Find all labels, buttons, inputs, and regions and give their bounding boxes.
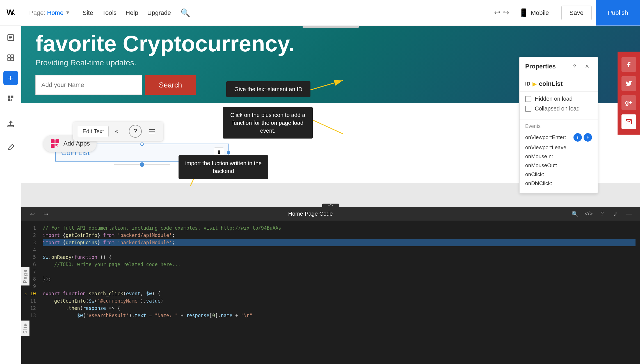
- page-selector[interactable]: Page: Home ▼: [29, 9, 70, 17]
- code-editor-body: 1 2 3 4 5 6 7 8 9 ⚠ 10 11 12 13 // For f…: [21, 221, 640, 364]
- event-add-button[interactable]: +: [584, 133, 592, 142]
- code-undo-button[interactable]: ↩: [27, 209, 38, 219]
- id-value[interactable]: coinList: [539, 80, 563, 87]
- properties-help-button[interactable]: ?: [570, 61, 580, 72]
- event-viewport-enter-actions: ℹ +: [573, 133, 592, 142]
- properties-close-button[interactable]: ✕: [582, 61, 592, 72]
- code-line-9: [43, 283, 636, 290]
- code-snippet-button[interactable]: </>: [583, 209, 594, 219]
- code-search-button[interactable]: 🔍: [570, 209, 580, 219]
- sidebar-pages-icon[interactable]: [3, 30, 18, 45]
- topbar: W ix Page: Home ▼ Site Tools Help Upgrad…: [0, 0, 640, 26]
- id-arrow-icon: ▶: [532, 80, 537, 87]
- plus-tooltip: Click on the plus icon to add a function…: [223, 107, 313, 139]
- svg-rect-8: [8, 58, 10, 61]
- properties-panel: Properties ? ✕ ID ▶ coinList Hidden on l…: [519, 57, 598, 193]
- code-content[interactable]: // For full API documentation, including…: [38, 221, 640, 364]
- nav-help[interactable]: Help: [125, 9, 138, 17]
- line-numbers: 1 2 3 4 5 6 7 8 9 ⚠ 10 11 12 13: [21, 221, 38, 364]
- site-side-label: Site: [21, 321, 29, 336]
- svg-rect-22: [56, 139, 60, 143]
- resize-handle-right[interactable]: [227, 151, 230, 154]
- mobile-toggle[interactable]: 📱 Mobile: [519, 8, 549, 17]
- event-dbl-click: onDblClick:: [525, 180, 592, 186]
- code-redo-button[interactable]: ↪: [40, 209, 51, 219]
- sidebar-pen-icon[interactable]: [3, 140, 18, 154]
- sidebar-elements-icon[interactable]: [3, 50, 18, 65]
- svg-rect-11: [8, 126, 13, 127]
- code-help-button[interactable]: ?: [597, 209, 607, 219]
- svg-rect-23: [51, 144, 55, 148]
- event-viewport-enter-label: onViewportEnter:: [525, 134, 566, 140]
- canvas-area[interactable]: favorite Cryptocurrency. Providing Real-…: [21, 26, 640, 364]
- collapsed-on-load-checkbox[interactable]: [525, 106, 531, 112]
- line-num-12: 12: [24, 305, 36, 312]
- social-sidebar: g+: [618, 52, 640, 135]
- nav-site[interactable]: Site: [83, 9, 93, 17]
- hero-title: favorite Cryptocurrency.: [35, 31, 626, 56]
- back-code-button[interactable]: «: [112, 125, 125, 138]
- twitter-icon[interactable]: [621, 76, 636, 91]
- redo-button[interactable]: ↪: [503, 8, 509, 17]
- add-apps-grid-icon: [50, 139, 60, 149]
- sidebar-add-icon[interactable]: +: [3, 71, 18, 85]
- facebook-icon[interactable]: [621, 57, 636, 72]
- toolbar-popup: Edit Text « ?: [73, 122, 163, 141]
- google-plus-icon[interactable]: g+: [621, 95, 636, 110]
- hidden-on-load-checkbox[interactable]: [525, 96, 531, 102]
- save-button[interactable]: Save: [561, 6, 592, 20]
- line-num-13: 13: [24, 312, 36, 319]
- code-line-4: [43, 246, 636, 254]
- event-mouse-in: onMouseIn:: [525, 153, 592, 160]
- sidebar-add-apps-icon[interactable]: [3, 91, 18, 105]
- coin-list-slider[interactable]: [114, 164, 170, 165]
- code-editor-collapse-handle[interactable]: [322, 204, 339, 207]
- properties-header: Properties ? ✕: [520, 57, 598, 76]
- resize-handle-top[interactable]: [140, 142, 144, 146]
- svg-rect-25: [58, 144, 60, 146]
- canvas-handle: [303, 26, 359, 28]
- wix-logo: W ix: [6, 6, 22, 19]
- events-title: Events: [525, 123, 592, 129]
- menu-button[interactable]: [145, 125, 159, 138]
- topbar-search-icon[interactable]: 🔍: [180, 8, 190, 17]
- svg-line-17: [309, 118, 343, 134]
- nav-upgrade[interactable]: Upgrade: [147, 9, 171, 17]
- properties-id-row: ID ▶ coinList: [520, 76, 598, 92]
- properties-events: Events onViewportEnter: ℹ + onViewportLe…: [520, 119, 598, 193]
- line-num-10: ⚠ 10: [24, 290, 36, 297]
- edit-text-button[interactable]: Edit Text: [78, 126, 109, 137]
- email-icon[interactable]: [621, 114, 636, 129]
- line-num-5: 5: [24, 254, 36, 261]
- id-tooltip: Give the text element an ID: [226, 81, 310, 97]
- svg-rect-6: [8, 55, 10, 57]
- code-line-13: $w('#searchResult').text = "Name: " + re…: [43, 312, 636, 319]
- event-viewport-enter: onViewportEnter: ℹ +: [525, 133, 592, 142]
- left-sidebar: +: [0, 26, 21, 364]
- code-line-12: .then(response => {: [43, 305, 636, 312]
- search-button[interactable]: Search: [145, 75, 196, 95]
- properties-title: Properties: [525, 63, 556, 70]
- code-editor-title: Home Page Code: [288, 211, 333, 217]
- code-minimize-button[interactable]: —: [624, 209, 634, 219]
- code-line-5: $w.onReady(function () {: [43, 254, 636, 261]
- code-editor-header: ↩ ↪ Home Page Code 🔍 </> ? ⤢ —: [21, 207, 640, 221]
- code-expand-button[interactable]: ⤢: [610, 209, 621, 219]
- event-mouse-in-label: onMouseIn:: [525, 153, 553, 160]
- line-num-2: 2: [24, 232, 36, 239]
- publish-button[interactable]: Publish: [596, 0, 640, 26]
- svg-rect-21: [51, 139, 55, 143]
- undo-button[interactable]: ↩: [494, 8, 500, 17]
- help-button[interactable]: ?: [129, 125, 142, 138]
- sidebar-upload-icon[interactable]: [3, 117, 18, 131]
- nav-tools[interactable]: Tools: [102, 9, 116, 17]
- name-input[interactable]: [35, 75, 142, 95]
- line-num-3: 3: [24, 239, 36, 246]
- mobile-icon: 📱: [519, 8, 529, 17]
- event-mouse-out-label: onMouseOut:: [525, 162, 557, 169]
- code-editor-icons-right: 🔍 </> ? ⤢ —: [570, 209, 634, 219]
- collapsed-on-load-row: Collapsed on load: [525, 105, 592, 112]
- hidden-on-load-row: Hidden on load: [525, 96, 592, 102]
- undo-redo: ↩ ↪: [494, 8, 509, 17]
- event-info-button[interactable]: ℹ: [573, 133, 582, 142]
